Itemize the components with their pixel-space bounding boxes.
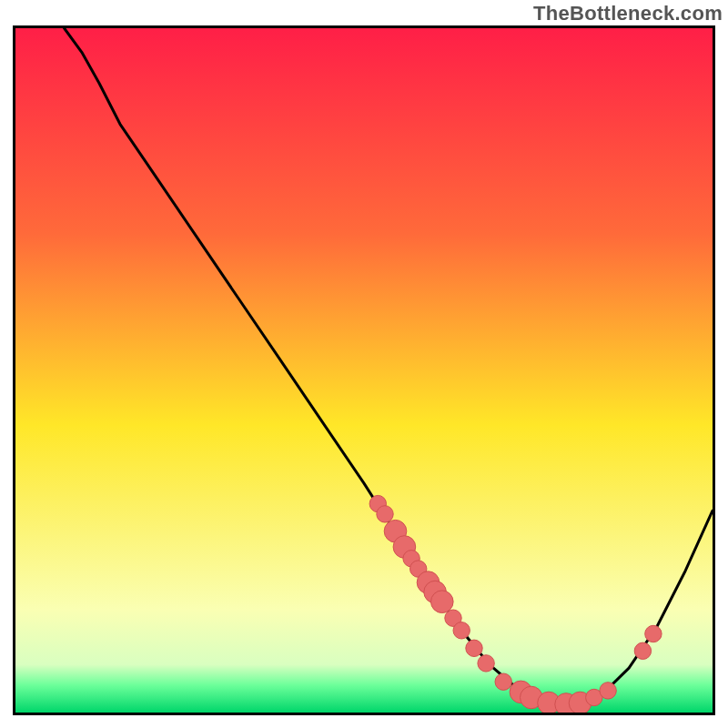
plot-frame: [13, 25, 715, 715]
curve-marker: [377, 506, 393, 522]
curve-marker: [495, 673, 511, 690]
attribution-text: TheBottleneck.com: [533, 2, 723, 25]
curve-marker: [466, 640, 482, 656]
curve-marker: [645, 625, 662, 642]
curve-marker: [600, 682, 616, 699]
curve-marker: [431, 591, 454, 613]
chart-container: TheBottleneck.com: [0, 0, 728, 728]
curve-marker: [634, 642, 651, 659]
curve-marker: [453, 622, 470, 639]
gradient-background: [15, 28, 713, 713]
plot-svg: [15, 28, 713, 713]
curve-marker: [478, 655, 494, 672]
